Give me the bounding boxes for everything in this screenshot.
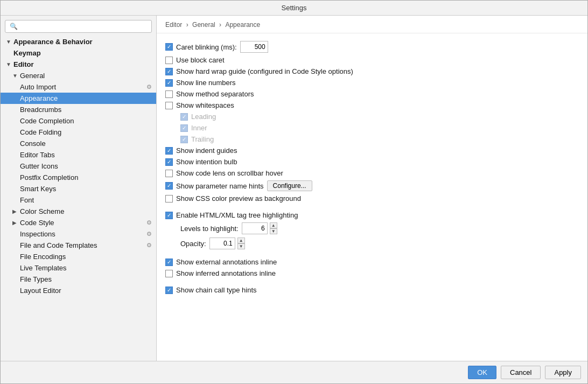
sidebar-item-inspections[interactable]: Inspections⚙ <box>1 228 156 240</box>
show-indent-guides-row: Show indent guides <box>165 146 577 155</box>
arrow-icon-code-style: ▶ <box>12 220 18 226</box>
show-line-numbers-label: Show line numbers <box>176 79 236 87</box>
show-css-color-checkbox[interactable] <box>165 195 173 203</box>
sidebar-item-code-completion[interactable]: Code Completion <box>1 115 156 127</box>
breadcrumb-part-0: Editor <box>165 21 182 29</box>
show-intention-bulb-label: Show intention bulb <box>176 158 237 166</box>
sidebar-item-appearance[interactable]: Appearance <box>1 93 156 104</box>
levels-input-group: ▲ ▼ <box>242 222 277 234</box>
sidebar-label-gutter-icons: Gutter Icons <box>20 162 58 170</box>
cancel-button[interactable]: Cancel <box>501 366 541 379</box>
sidebar-item-appearance-behavior[interactable]: ▼Appearance & Behavior <box>1 36 156 47</box>
levels-to-highlight-row: Levels to highlight: ▲ ▼ <box>165 222 577 234</box>
sidebar-item-file-types[interactable]: File Types <box>1 274 156 285</box>
sidebar-label-font: Font <box>20 196 34 204</box>
sidebar-item-code-folding[interactable]: Code Folding <box>1 127 156 138</box>
breadcrumb: Editor › General › Appearance <box>157 16 587 33</box>
show-param-hints-row: Show parameter name hints Configure... <box>165 180 577 191</box>
show-param-hints-checkbox[interactable] <box>165 182 173 190</box>
opacity-spin-up[interactable]: ▲ <box>237 238 245 243</box>
show-css-color-row: Show CSS color preview as background <box>165 194 577 203</box>
sidebar-label-console: Console <box>20 139 46 148</box>
show-whitespaces-label: Show whitespaces <box>176 101 234 109</box>
title-bar: Settings <box>1 1 587 16</box>
sidebar-item-color-scheme[interactable]: ▶Color Scheme <box>1 206 156 217</box>
sidebar-item-console[interactable]: Console <box>1 138 156 149</box>
show-inferred-annotations-row: Show inferred annotations inline <box>165 269 577 277</box>
show-line-numbers-checkbox[interactable] <box>165 79 173 87</box>
show-code-lens-row: Show code lens on scrollbar hover <box>165 169 577 177</box>
opacity-input[interactable] <box>209 238 235 249</box>
sidebar-label-file-code-templates: File and Code Templates <box>20 241 97 249</box>
show-inferred-annotations-checkbox[interactable] <box>165 270 173 277</box>
trailing-row: Trailing <box>165 135 577 143</box>
sidebar-item-smart-keys[interactable]: Smart Keys <box>1 183 156 194</box>
sidebar-label-code-style: Code Style <box>20 219 54 227</box>
levels-to-highlight-label: Levels to highlight: <box>180 225 239 233</box>
levels-spin-up[interactable]: ▲ <box>270 222 277 228</box>
settings-tree: ▼Appearance & BehaviorKeymap▼Editor▼Gene… <box>1 36 156 361</box>
footer: OK Cancel Apply <box>1 361 587 383</box>
show-intention-bulb-checkbox[interactable] <box>165 158 173 166</box>
opacity-spin: ▲ ▼ <box>237 238 245 249</box>
sidebar-item-live-templates[interactable]: Live Templates <box>1 262 156 274</box>
show-external-annotations-row: Show external annotations inline <box>165 258 577 266</box>
show-code-lens-checkbox[interactable] <box>165 170 173 177</box>
show-method-separators-checkbox[interactable] <box>165 90 173 98</box>
sidebar-item-code-style[interactable]: ▶Code Style⚙ <box>1 217 156 228</box>
show-external-annotations-checkbox[interactable] <box>165 259 173 266</box>
opacity-row: Opacity: ▲ ▼ <box>165 238 577 249</box>
sidebar-item-file-encodings[interactable]: File Encodings <box>1 251 156 262</box>
search-input[interactable] <box>5 20 152 33</box>
sidebar-label-auto-import: Auto Import <box>20 83 56 91</box>
trailing-checkbox[interactable] <box>180 136 188 143</box>
gear-icon-auto-import: ⚙ <box>146 83 152 90</box>
sidebar-label-general: General <box>20 72 45 80</box>
enable-html-xml-checkbox[interactable] <box>165 212 173 219</box>
inner-checkbox[interactable] <box>180 124 188 132</box>
sidebar-item-editor[interactable]: ▼Editor <box>1 59 156 70</box>
sidebar-item-postfix-completion[interactable]: Postfix Completion <box>1 172 156 183</box>
breadcrumb-sep-1: › <box>219 21 223 29</box>
arrow-icon-appearance-behavior: ▼ <box>6 39 11 45</box>
apply-button[interactable]: Apply <box>545 366 581 379</box>
sidebar: ▼Appearance & BehaviorKeymap▼Editor▼Gene… <box>1 16 157 361</box>
ok-button[interactable]: OK <box>468 366 496 379</box>
sidebar-label-file-types: File Types <box>20 275 52 283</box>
use-block-caret-checkbox[interactable] <box>165 57 173 64</box>
sidebar-item-font[interactable]: Font <box>1 194 156 206</box>
show-param-hints-label: Show parameter name hints <box>176 182 264 190</box>
leading-checkbox[interactable] <box>180 113 188 121</box>
sidebar-item-gutter-icons[interactable]: Gutter Icons <box>1 160 156 172</box>
inner-row: Inner <box>165 124 577 132</box>
show-indent-guides-label: Show indent guides <box>176 146 237 155</box>
opacity-spin-down[interactable]: ▼ <box>237 243 245 249</box>
sidebar-label-code-completion: Code Completion <box>20 117 74 125</box>
sidebar-item-editor-tabs[interactable]: Editor Tabs <box>1 149 156 160</box>
settings-content: Caret blinking (ms): Use block caret Sho… <box>157 33 587 361</box>
caret-blinking-input[interactable] <box>240 41 268 53</box>
sidebar-item-auto-import[interactable]: Auto Import⚙ <box>1 81 156 93</box>
opacity-label: Opacity: <box>180 240 206 248</box>
sidebar-label-keymap: Keymap <box>13 49 41 57</box>
show-hard-wrap-label: Show hard wrap guide (configured in Code… <box>176 67 353 75</box>
sidebar-item-breadcrumbs[interactable]: Breadcrumbs <box>1 104 156 115</box>
show-hard-wrap-checkbox[interactable] <box>165 68 173 75</box>
sidebar-label-editor-tabs: Editor Tabs <box>20 151 55 159</box>
arrow-icon-general: ▼ <box>12 73 18 79</box>
caret-blinking-checkbox[interactable] <box>165 43 173 51</box>
sidebar-item-keymap[interactable]: Keymap <box>1 47 156 59</box>
configure-button[interactable]: Configure... <box>267 180 312 191</box>
levels-input[interactable] <box>242 222 268 234</box>
gear-icon-inspections: ⚙ <box>146 231 152 238</box>
gear-icon-file-code-templates: ⚙ <box>146 242 152 249</box>
sidebar-item-general[interactable]: ▼General <box>1 70 156 81</box>
show-indent-guides-checkbox[interactable] <box>165 147 173 155</box>
levels-spin-down[interactable]: ▼ <box>270 228 277 234</box>
sidebar-item-layout-editor[interactable]: Layout Editor <box>1 285 156 296</box>
sidebar-item-file-code-templates[interactable]: File and Code Templates⚙ <box>1 240 156 251</box>
show-chain-call-checkbox[interactable] <box>165 287 173 294</box>
trailing-label: Trailing <box>191 135 214 143</box>
window-title: Settings <box>282 4 307 12</box>
show-whitespaces-checkbox[interactable] <box>165 102 173 109</box>
